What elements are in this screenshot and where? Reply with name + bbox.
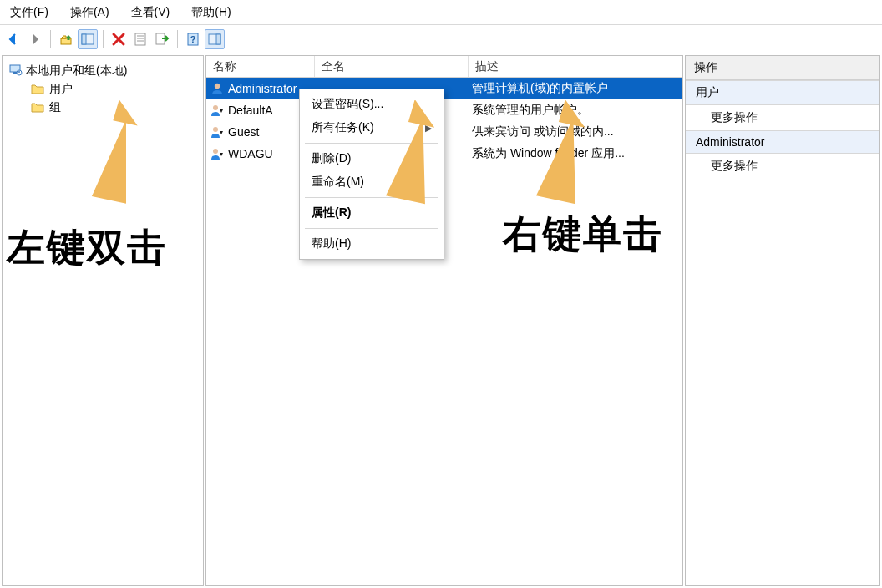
show-hide-tree-button[interactable]	[78, 29, 98, 49]
menubar: 文件(F) 操作(A) 查看(V) 帮助(H)	[0, 0, 882, 25]
action-pane: 操作 用户 更多操作 Administrator 更多操作	[685, 55, 880, 586]
cell-name: Guest	[228, 125, 259, 139]
action-pane-header: 操作	[686, 56, 879, 80]
action-section-admin: Administrator	[686, 130, 879, 154]
user-icon	[210, 81, 225, 96]
export-list-button[interactable]	[152, 29, 172, 49]
folder-icon	[31, 102, 44, 114]
ctx-divider	[305, 228, 438, 229]
svg-marker-20	[92, 100, 147, 204]
tree-item-users[interactable]: 用户	[6, 80, 200, 99]
annotation-text-right: 右键单击	[503, 209, 663, 261]
cell-name: WDAGU	[228, 147, 273, 160]
svg-rect-13	[13, 72, 17, 74]
tree-item-label: 组	[49, 100, 61, 115]
cell-desc: 管理计算机(域)的内置帐户	[472, 81, 608, 96]
svg-point-15	[18, 71, 20, 73]
col-header-name[interactable]: 名称	[206, 56, 315, 77]
svg-point-19	[213, 149, 218, 154]
list-header: 名称 全名 描述	[206, 56, 682, 78]
tree-root[interactable]: 本地用户和组(本地)	[6, 61, 200, 80]
computer-icon	[9, 63, 23, 79]
annotation-text-left: 左键双击	[7, 222, 167, 274]
folder-icon	[31, 84, 44, 95]
menu-view[interactable]: 查看(V)	[126, 3, 175, 23]
annotation-arrow-left	[84, 100, 150, 209]
forward-button[interactable]	[25, 29, 45, 49]
user-down-icon	[210, 146, 225, 161]
action-more-admin[interactable]: 更多操作	[686, 154, 879, 179]
up-button[interactable]	[56, 29, 76, 49]
col-header-fullname[interactable]: 全名	[315, 56, 469, 77]
svg-point-17	[213, 105, 218, 110]
menu-help[interactable]: 帮助(H)	[186, 3, 236, 23]
svg-rect-11	[216, 34, 220, 44]
tree-root-label: 本地用户和组(本地)	[26, 63, 127, 79]
toolbar: ?	[0, 25, 882, 53]
back-button[interactable]	[3, 29, 23, 49]
show-hide-action-pane-button[interactable]	[205, 29, 225, 49]
annotation-arrow-right	[526, 100, 601, 209]
svg-rect-3	[135, 33, 145, 45]
svg-marker-22	[536, 100, 596, 204]
action-section-users: 用户	[686, 80, 879, 105]
user-down-icon	[210, 124, 225, 139]
svg-point-16	[215, 84, 220, 89]
action-more-users[interactable]: 更多操作	[686, 105, 879, 130]
help-button[interactable]: ?	[183, 29, 203, 49]
cell-name: Administrator	[228, 82, 297, 95]
svg-marker-21	[386, 100, 446, 204]
delete-button[interactable]	[109, 29, 129, 49]
svg-point-18	[213, 127, 218, 132]
ctx-help[interactable]: 帮助(H)	[300, 232, 444, 256]
svg-text:?: ?	[190, 34, 196, 44]
tree-item-label: 用户	[49, 82, 73, 97]
svg-rect-2	[82, 34, 86, 44]
user-down-icon	[210, 103, 225, 118]
refresh-button[interactable]	[130, 29, 150, 49]
menu-action[interactable]: 操作(A)	[65, 3, 114, 23]
annotation-arrow-middle	[376, 100, 451, 209]
menu-file[interactable]: 文件(F)	[5, 3, 53, 23]
col-header-desc[interactable]: 描述	[469, 56, 682, 77]
user-row-administrator[interactable]: Administrator 管理计算机(域)的内置帐户	[206, 78, 682, 99]
cell-name: DefaultA	[228, 104, 273, 117]
